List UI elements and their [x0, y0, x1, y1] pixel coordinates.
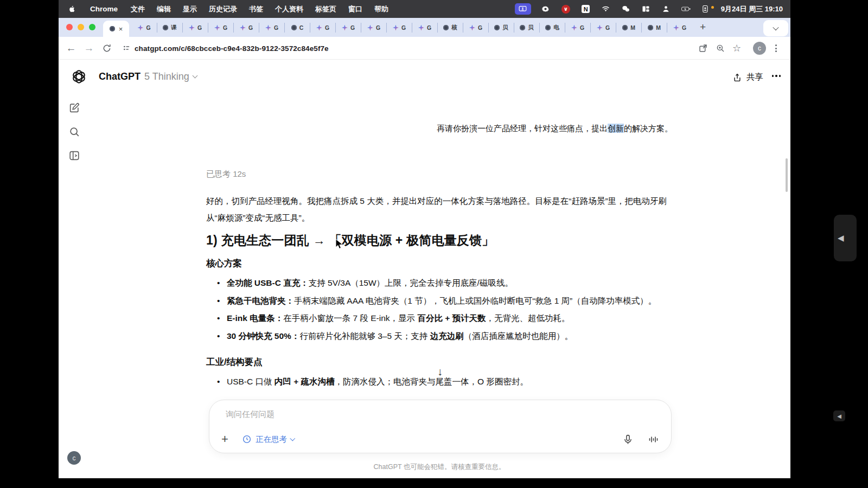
forward-button[interactable]: → [82, 37, 96, 60]
message-composer[interactable]: 询问任何问题 + 正在思考 [209, 400, 672, 453]
browser-tab[interactable]: G [182, 23, 208, 33]
menubar-app-name[interactable]: Chrome [90, 5, 118, 13]
menubar-item[interactable]: 文件 [131, 4, 145, 14]
share-icon [732, 73, 742, 82]
window-tiling-icon[interactable] [641, 4, 652, 14]
text-segment: 紧急干电池背夹： [227, 296, 294, 305]
browser-tab[interactable]: G [386, 23, 412, 33]
browser-tab[interactable]: M [616, 23, 641, 33]
menubar-item[interactable]: 显示 [183, 4, 197, 14]
tab-title: 课 [171, 24, 177, 31]
zoom-icon[interactable] [713, 37, 727, 60]
attach-plus-button[interactable]: + [221, 433, 235, 445]
menubar-item[interactable]: 窗口 [348, 4, 362, 14]
model-selector[interactable]: ChatGPT 5 Thinking [99, 71, 197, 82]
close-tab-icon[interactable]: × [119, 25, 123, 33]
tab-title: G [350, 24, 355, 31]
close-window-button[interactable] [66, 24, 73, 30]
browser-tab[interactable]: G [335, 23, 361, 33]
menubar-clock[interactable]: 9月24日 周三 19:10 [721, 4, 783, 14]
new-tab-button[interactable]: + [700, 21, 706, 33]
browser-tab[interactable]: G [412, 23, 437, 33]
minimize-window-button[interactable] [78, 24, 84, 30]
browser-tab[interactable]: G [131, 23, 157, 33]
wifi-icon[interactable] [601, 4, 611, 14]
conversation-menu-icon[interactable] [772, 75, 781, 77]
library-panel-icon[interactable] [68, 150, 80, 162]
menubar-item[interactable]: 编辑 [157, 4, 171, 14]
browser-tab[interactable]: 贝 [488, 23, 514, 33]
browser-tab[interactable]: 电 [539, 23, 565, 33]
battery-charging-icon[interactable] [681, 4, 692, 14]
site-info-icon[interactable] [119, 37, 133, 60]
zoom-window-button[interactable] [89, 24, 95, 30]
menubar-item[interactable]: 帮助 [374, 4, 388, 14]
composer-placeholder: 询问任何问题 [226, 408, 275, 421]
browser-tab[interactable]: G [463, 23, 488, 33]
menubar-item[interactable]: 书签 [249, 4, 263, 14]
gemini-favicon [137, 25, 143, 31]
profile-switcher-icon[interactable] [701, 4, 712, 14]
browser-tab[interactable]: 贝 [514, 23, 539, 33]
settings-gear-icon[interactable] [540, 4, 551, 14]
notion-icon[interactable]: N [580, 4, 591, 14]
menubar-item[interactable]: 历史记录 [209, 4, 237, 14]
browser-tab[interactable]: M [641, 23, 667, 33]
apple-menu-icon[interactable] [66, 4, 77, 14]
text-segment: 30 分钟快充 50%： [227, 331, 299, 341]
list-item: •USB-C 口做 内凹 + 疏水沟槽，防滴水侵入；电池背夹与尾盖一体，O 形圈… [227, 373, 673, 390]
browser-tab[interactable]: C [284, 23, 310, 33]
gemini-favicon [673, 25, 679, 31]
search-icon[interactable] [68, 126, 80, 138]
scroll-to-bottom-button[interactable]: ↓ [432, 363, 448, 380]
browser-tab[interactable]: G [361, 23, 386, 33]
bookmark-star-icon[interactable]: ☆ [730, 37, 744, 60]
browser-menu-icon[interactable] [769, 37, 783, 60]
tab-search-button[interactable] [763, 20, 788, 36]
edge-collapse-button[interactable]: ◀ [833, 410, 845, 421]
gemini-favicon [214, 25, 220, 31]
browser-profile-avatar[interactable]: c [752, 37, 767, 60]
tab-list: G课GGGGCGGGGG核G贝贝电GGMMG [131, 21, 692, 35]
gemini-favicon [469, 25, 475, 31]
browser-tab[interactable]: G [310, 23, 335, 33]
gemini-favicon [240, 25, 246, 31]
scrollbar-thumb[interactable] [786, 158, 788, 192]
reload-button[interactable] [100, 37, 114, 60]
security-badge-icon[interactable]: ∨ [560, 4, 571, 14]
screen-mirroring-icon[interactable] [515, 3, 531, 15]
text-segment: 全功能 USB-C 直充： [227, 278, 309, 287]
microphone-icon[interactable] [622, 434, 634, 445]
chevron-down-icon [773, 24, 778, 30]
back-button[interactable]: ← [64, 37, 78, 60]
thinking-duration-label[interactable]: 已思考 12s [206, 168, 673, 181]
browser-tab[interactable]: 课 [157, 23, 182, 33]
browser-tab[interactable]: G [233, 23, 259, 33]
menubar-item[interactable]: 标签页 [315, 4, 336, 14]
open-in-new-icon[interactable] [696, 37, 710, 60]
tab-title: G [427, 24, 431, 31]
recording-back-button[interactable]: ◀ [834, 215, 857, 261]
browser-tab[interactable]: G [565, 23, 590, 33]
fast-user-switch-icon[interactable] [661, 4, 672, 14]
menubar-item[interactable]: 个人资料 [275, 4, 303, 14]
url-bar[interactable]: chatgpt.com/c/68cbcceb-c9e4-832b-9122-35… [135, 37, 329, 60]
voice-mode-icon[interactable] [648, 434, 659, 445]
new-chat-icon[interactable] [68, 102, 80, 114]
account-avatar[interactable]: c [67, 451, 81, 465]
browser-tab[interactable]: G [259, 23, 284, 33]
browser-tab[interactable]: 核 [437, 23, 463, 33]
wechat-icon[interactable] [621, 4, 631, 14]
thinking-label: 正在思考 [256, 434, 287, 445]
thinking-status-pill[interactable]: 正在思考 [242, 434, 295, 445]
text-segment: 手柄末端隐藏 AAA 电池背夹（1 节），飞机上或国外临时断电可“救急 1 周”… [294, 296, 656, 305]
gemini-favicon [393, 25, 399, 31]
browser-tab[interactable]: G [667, 23, 692, 33]
tab-title: G [478, 24, 482, 31]
share-button[interactable]: 共享 [732, 72, 763, 83]
tab-title: G [146, 24, 150, 31]
list-item: •紧急干电池背夹：手柄末端隐藏 AAA 电池背夹（1 节），飞机上或国外临时断电… [227, 292, 673, 310]
browser-tab[interactable]: G [208, 23, 233, 33]
active-tab[interactable]: × [103, 21, 129, 37]
browser-tab[interactable]: G [590, 23, 616, 33]
